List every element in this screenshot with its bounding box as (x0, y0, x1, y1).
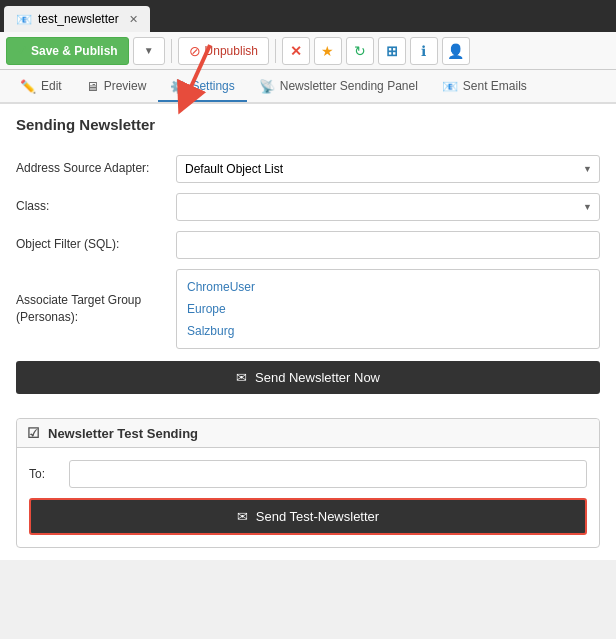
class-label: Class: (16, 193, 176, 213)
x-button[interactable]: ✕ (282, 37, 310, 65)
sent-emails-icon: 📧 (442, 79, 458, 94)
sending-panel-icon: 📡 (259, 79, 275, 94)
settings-icon: ⚙️ (170, 79, 186, 94)
x-icon: ✕ (290, 43, 302, 59)
test-section-wrapper: ☑ Newsletter Test Sending To: ✉ Send Tes… (16, 418, 600, 548)
tab-preview[interactable]: 🖥 Preview (74, 73, 159, 102)
save-publish-button[interactable]: ✓ Save & Publish (6, 37, 129, 65)
target-group-item-salzburg[interactable]: Salzburg (177, 320, 599, 342)
tab-newsletter-icon: 📧 (16, 12, 32, 27)
unpublish-button[interactable]: ⊘ Unpublish (178, 37, 269, 65)
send-newsletter-button[interactable]: ✉ Send Newsletter Now (16, 361, 600, 394)
tab-newsletter-sending-label: Newsletter Sending Panel (280, 79, 418, 93)
class-row: Class: (16, 193, 600, 221)
ban-icon: ⊘ (189, 43, 201, 59)
object-filter-control (176, 231, 600, 259)
unpublish-label: Unpublish (205, 44, 258, 58)
tab-preview-label: Preview (104, 79, 147, 93)
tab-newsletter-sending-panel[interactable]: 📡 Newsletter Sending Panel (247, 73, 430, 102)
send-envelope-icon: ✉ (236, 370, 247, 385)
tab-edit[interactable]: ✏️ Edit (8, 73, 74, 102)
add-button[interactable]: ⊞ (378, 37, 406, 65)
send-newsletter-label: Send Newsletter Now (255, 370, 380, 385)
test-to-input[interactable] (69, 460, 587, 488)
user-button[interactable]: 👤 (442, 37, 470, 65)
add-icon: ⊞ (386, 43, 398, 59)
test-section-checkbox-icon: ☑ (27, 425, 40, 441)
separator-2 (275, 39, 276, 63)
tab-close-icon[interactable]: ✕ (129, 13, 138, 26)
user-icon: 👤 (447, 43, 464, 59)
info-button[interactable]: ℹ (410, 37, 438, 65)
check-icon: ✓ (17, 44, 27, 58)
send-test-newsletter-button[interactable]: ✉ Send Test-Newsletter (29, 498, 587, 535)
save-publish-label: Save & Publish (31, 44, 118, 58)
object-filter-label: Object Filter (SQL): (16, 231, 176, 251)
toolbar: ✓ Save & Publish ▼ ⊘ Unpublish ✕ ★ ↻ ⊞ ℹ… (0, 32, 616, 70)
test-section-title: Newsletter Test Sending (48, 426, 198, 441)
tab-label: test_newsletter (38, 12, 119, 26)
preview-icon: 🖥 (86, 79, 99, 94)
separator-1 (171, 39, 172, 63)
address-source-control: Default Object List (176, 155, 600, 183)
refresh-icon: ↻ (354, 43, 366, 59)
tab-settings[interactable]: ⚙️ Settings (158, 73, 246, 102)
class-select-wrapper (176, 193, 600, 221)
address-source-select-wrapper: Default Object List (176, 155, 600, 183)
test-section-body: To: ✉ Send Test-Newsletter (17, 448, 599, 547)
dropdown-arrow-button[interactable]: ▼ (133, 37, 165, 65)
target-group-item-chromeuser[interactable]: ChromeUser (177, 276, 599, 298)
star-icon: ★ (321, 43, 334, 59)
edit-icon: ✏️ (20, 79, 36, 94)
address-source-select[interactable]: Default Object List (176, 155, 600, 183)
send-btn-row: ✉ Send Newsletter Now (16, 361, 600, 394)
send-test-label: Send Test-Newsletter (256, 509, 379, 524)
test-to-row: To: (29, 460, 587, 488)
test-to-label: To: (29, 467, 69, 481)
nav-tabs-container: ✏️ Edit 🖥 Preview ⚙️ Settings 📡 Newslett… (0, 70, 616, 104)
target-group-list: ChromeUser Europe Salzburg (176, 269, 600, 349)
test-section-header: ☑ Newsletter Test Sending (17, 419, 599, 448)
class-select[interactable] (176, 193, 600, 221)
tab-settings-label: Settings (191, 79, 234, 93)
object-filter-row: Object Filter (SQL): (16, 231, 600, 259)
star-button[interactable]: ★ (314, 37, 342, 65)
class-control (176, 193, 600, 221)
dropdown-icon: ▼ (144, 45, 154, 56)
associate-target-row: Associate Target Group (Personas): Chrom… (16, 269, 600, 349)
tab-edit-label: Edit (41, 79, 62, 93)
tab-sent-emails[interactable]: 📧 Sent Emails (430, 73, 539, 102)
address-source-label: Address Source Adapter: (16, 155, 176, 175)
address-source-row: Address Source Adapter: Default Object L… (16, 155, 600, 183)
test-section: ☑ Newsletter Test Sending To: ✉ Send Tes… (16, 418, 600, 548)
refresh-button[interactable]: ↻ (346, 37, 374, 65)
object-filter-input[interactable] (176, 231, 600, 259)
info-icon: ℹ (421, 43, 426, 59)
target-groups-container: ChromeUser Europe Salzburg (176, 269, 600, 349)
target-group-item-europe[interactable]: Europe (177, 298, 599, 320)
page-title: Sending Newsletter (16, 116, 600, 139)
tab-bar: 📧 test_newsletter ✕ (0, 0, 616, 32)
nav-tabs: ✏️ Edit 🖥 Preview ⚙️ Settings 📡 Newslett… (0, 70, 616, 104)
tab-test-newsletter[interactable]: 📧 test_newsletter ✕ (4, 6, 150, 32)
test-envelope-icon: ✉ (237, 509, 248, 524)
tab-sent-emails-label: Sent Emails (463, 79, 527, 93)
main-content: Sending Newsletter Address Source Adapte… (0, 104, 616, 560)
associate-target-label: Associate Target Group (Personas): (16, 269, 176, 325)
